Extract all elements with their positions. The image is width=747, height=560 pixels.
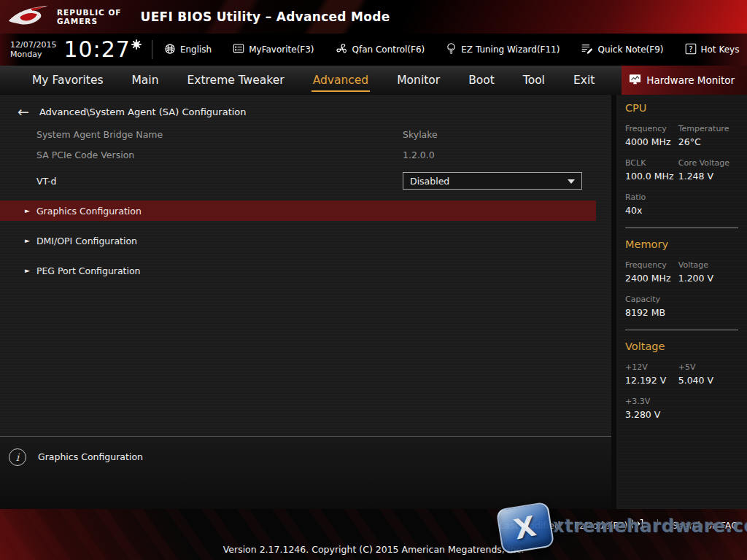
globe-icon (164, 43, 176, 57)
hardware-monitor-sidebar: CPU Frequency 4000 MHz Temperature 26°C … (616, 95, 747, 509)
section-title-cpu: CPU (625, 102, 740, 114)
arrow-right-icon: ► (25, 207, 30, 214)
page-title: UEFI BIOS Utility – Advanced Mode (141, 9, 390, 24)
ezmode-button[interactable]: EzMode(F7) (574, 518, 643, 532)
svg-text:?: ? (689, 44, 692, 52)
body: ← Advanced\System Agent (SA) Configurati… (0, 95, 747, 509)
info-row-pcie-version: SA PCIe Code Version 1.2.0.0 (0, 146, 611, 163)
note-icon (581, 43, 593, 57)
tab-exit[interactable]: Exit (572, 69, 596, 92)
tab-main[interactable]: Main (131, 69, 160, 92)
rog-eye-icon (7, 4, 50, 29)
cpu-row-2: BCLK 100.0 MHz Core Voltage 1.248 V (625, 158, 740, 182)
arrow-right-icon: ► (25, 267, 30, 274)
voltage-row-1: +12V 12.192 V +5V 5.040 V (625, 362, 740, 386)
sidebar-divider (625, 228, 738, 228)
myfavorite-button[interactable]: MyFavorite(F3) (233, 43, 314, 56)
footer-actions: Last Modified EzMode(F7) Search on FAQ (500, 518, 738, 532)
memory-row-2: Capacity 8192 MB (625, 295, 740, 318)
toolbar-divider (152, 40, 152, 59)
toolbar: 12/07/2015 Monday 10:27 English (0, 34, 747, 66)
hardware-monitor-header: Hardware Monitor (622, 66, 747, 95)
tab-monitor[interactable]: Monitor (395, 69, 441, 92)
back-arrow-icon[interactable]: ← (18, 105, 29, 119)
cpu-row-1: Frequency 4000 MHz Temperature 26°C (625, 124, 740, 147)
breadcrumb: ← Advanced\System Agent (SA) Configurati… (0, 95, 611, 119)
info-row-bridge-name: System Agent Bridge Name Skylake (0, 125, 611, 143)
date-display: 12/07/2015 Monday (10, 40, 56, 59)
tab-boot[interactable]: Boot (467, 69, 496, 92)
language-button[interactable]: English (164, 43, 212, 57)
rog-logo: REPUBLIC OF GAMERS (0, 4, 122, 29)
info-icon: i (9, 448, 26, 466)
hot-keys-button[interactable]: ? Hot Keys (685, 43, 740, 57)
bulb-icon (446, 42, 457, 57)
last-modified-button[interactable]: Last Modified (500, 520, 560, 531)
qfan-button[interactable]: Qfan Control(F6) (336, 43, 425, 57)
setting-row-vtd: VT-d Disabled (0, 171, 611, 191)
toolbar-items: English MyFavorite(F3) (164, 42, 740, 57)
footer: Last Modified EzMode(F7) Search on FAQ V… (0, 509, 747, 560)
main-panel: ← Advanced\System Agent (SA) Configurati… (0, 95, 611, 509)
footer-divider (657, 519, 658, 532)
tab-extreme-tweaker[interactable]: Extreme Tweaker (186, 69, 286, 92)
breadcrumb-text: Advanced\System Agent (SA) Configuration (39, 106, 247, 117)
search-on-faq-button[interactable]: Search on FAQ (672, 520, 738, 531)
time-display: 10:27 (63, 38, 141, 61)
monitor-icon (629, 74, 641, 88)
favorites-list-icon (233, 43, 244, 56)
submenu-peg-port-configuration[interactable]: ► PEG Port Configuration (0, 260, 596, 281)
help-text: Graphics Configuration (38, 451, 143, 462)
rog-brand-text: REPUBLIC OF GAMERS (57, 8, 122, 26)
submenu-dmi-opi-configuration[interactable]: ► DMI/OPI Configuration (0, 230, 596, 251)
section-title-voltage: Voltage (625, 341, 740, 352)
uefi-bios-screen: REPUBLIC OF GAMERS UEFI BIOS Utility – A… (0, 0, 747, 560)
ezmode-exit-icon (631, 518, 643, 532)
arrow-right-icon: ► (25, 237, 30, 244)
bios-version-text: Version 2.17.1246. Copyright (C) 2015 Am… (0, 544, 747, 555)
tab-my-favorites[interactable]: My Favorites (31, 69, 105, 92)
help-strip: i Graphics Configuration (0, 436, 611, 509)
gear-icon[interactable] (131, 39, 142, 52)
ez-tuning-wizard-button[interactable]: EZ Tuning Wizard(F11) (446, 42, 560, 57)
fan-icon (336, 43, 348, 57)
submenu-graphics-configuration[interactable]: ► Graphics Configuration (0, 201, 596, 221)
main-menu: My Favorites Main Extreme Tweaker Advanc… (0, 66, 622, 95)
tab-tool[interactable]: Tool (522, 69, 546, 92)
quick-note-button[interactable]: Quick Note(F9) (581, 43, 663, 57)
question-icon: ? (685, 43, 697, 57)
panel-gap (611, 95, 616, 509)
tab-advanced[interactable]: Advanced (311, 69, 371, 92)
sidebar-divider (625, 330, 738, 330)
memory-row-1: Frequency 2400 MHz Voltage 1.200 V (625, 260, 740, 284)
top-banner: REPUBLIC OF GAMERS UEFI BIOS Utility – A… (0, 0, 747, 34)
vtd-dropdown[interactable]: Disabled (403, 172, 582, 190)
section-title-memory: Memory (625, 238, 740, 250)
settings-content: ← Advanced\System Agent (SA) Configurati… (0, 95, 611, 436)
voltage-row-2: +3.3V 3.280 V (625, 397, 740, 420)
cpu-row-3: Ratio 40x (625, 192, 740, 216)
nav-row: My Favorites Main Extreme Tweaker Advanc… (0, 66, 747, 95)
chevron-down-icon (568, 179, 575, 184)
